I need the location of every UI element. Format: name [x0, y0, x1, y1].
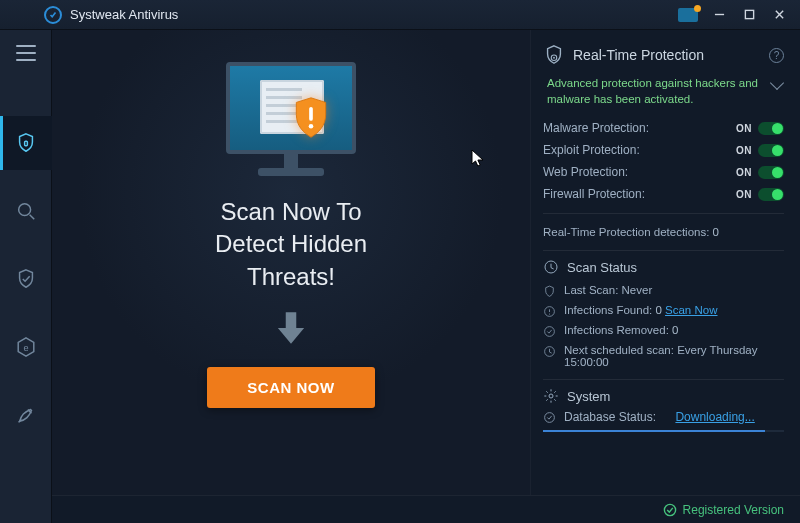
- shield-info-icon: [543, 44, 565, 66]
- app-title: Systweak Antivirus: [70, 7, 178, 22]
- svg-rect-1: [24, 141, 27, 146]
- rtp-row-exploit: Exploit Protection: ON: [543, 139, 784, 161]
- center-panel: Scan Now ToDetect HiddenThreats! SCAN NO…: [52, 30, 530, 495]
- toggle-exploit[interactable]: [758, 144, 784, 157]
- svg-rect-4: [309, 107, 313, 121]
- svg-point-5: [309, 124, 314, 129]
- right-panel: Real-Time Protection ? Advanced protecti…: [530, 30, 800, 495]
- infections-found-row: Infections Found: 0 Scan Now: [543, 301, 784, 321]
- rtp-row-firewall: Firewall Protection: ON: [543, 183, 784, 205]
- sidebar-item-tools[interactable]: [0, 388, 52, 442]
- svg-point-7: [553, 57, 555, 59]
- svg-point-13: [549, 394, 553, 398]
- footer: Registered Version: [52, 495, 800, 523]
- monitor-illustration: [226, 62, 356, 176]
- svg-rect-0: [745, 10, 753, 18]
- sidebar: e: [0, 30, 52, 523]
- svg-point-14: [545, 412, 555, 422]
- close-button[interactable]: [764, 2, 794, 28]
- main-area: Scan Now ToDetect HiddenThreats! SCAN NO…: [52, 30, 800, 495]
- sidebar-item-home[interactable]: [0, 116, 52, 170]
- scan-now-button[interactable]: SCAN NOW: [207, 367, 374, 408]
- shield-warning-icon: [292, 96, 330, 140]
- rtp-status-message[interactable]: Advanced protection against hackers and …: [547, 76, 782, 107]
- arrow-down-icon: [270, 307, 312, 353]
- title-bar: Systweak Antivirus: [0, 0, 800, 30]
- help-icon[interactable]: ?: [769, 48, 784, 63]
- scan-status-heading: Scan Status: [543, 259, 784, 275]
- headline: Scan Now ToDetect HiddenThreats!: [215, 196, 367, 293]
- svg-point-15: [664, 504, 675, 515]
- svg-point-10: [549, 313, 550, 314]
- database-status-row: Database Status: Downloading...: [543, 410, 784, 424]
- database-status-value: Downloading...: [675, 410, 754, 424]
- rtp-title-label: Real-Time Protection: [573, 47, 704, 63]
- rtp-detections: Real-Time Protection detections: 0: [543, 222, 784, 242]
- svg-point-2: [18, 204, 30, 216]
- sidebar-item-protection[interactable]: [0, 252, 52, 306]
- rtp-row-web: Web Protection: ON: [543, 161, 784, 183]
- last-scan-row: Last Scan: Never: [543, 281, 784, 301]
- toggle-malware[interactable]: [758, 122, 784, 135]
- sidebar-item-quarantine[interactable]: e: [0, 320, 52, 374]
- system-heading: System: [543, 388, 784, 404]
- chevron-down-icon: [770, 76, 784, 90]
- rtp-panel-title: Real-Time Protection ?: [543, 44, 784, 66]
- app-logo-icon: [44, 6, 62, 24]
- toggle-firewall[interactable]: [758, 188, 784, 201]
- sidebar-item-scan[interactable]: [0, 184, 52, 238]
- svg-text:e: e: [23, 343, 28, 353]
- hamburger-menu-icon[interactable]: [11, 38, 41, 68]
- svg-point-11: [545, 327, 555, 337]
- notification-badge-icon[interactable]: [678, 8, 698, 22]
- maximize-button[interactable]: [734, 2, 764, 28]
- scan-now-link[interactable]: Scan Now: [665, 304, 717, 316]
- registered-version-label: Registered Version: [663, 503, 784, 517]
- infections-removed-row: Infections Removed: 0: [543, 321, 784, 341]
- next-scan-row: Next scheduled scan: Every Thursday 15:0…: [543, 341, 784, 371]
- toggle-web[interactable]: [758, 166, 784, 179]
- minimize-button[interactable]: [704, 2, 734, 28]
- download-progress-bar: [543, 430, 784, 432]
- check-circle-icon: [663, 503, 677, 517]
- rtp-row-malware: Malware Protection: ON: [543, 117, 784, 139]
